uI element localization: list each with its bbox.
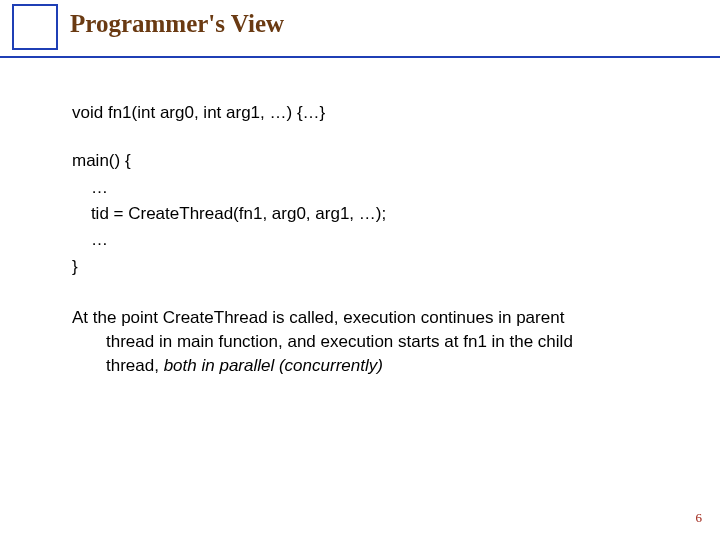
note-line-3-pre: thread, [106, 356, 164, 375]
header-rule [0, 56, 720, 58]
slide-header: Programmer's View [0, 0, 720, 64]
slide-body: void fn1(int arg0, int arg1, …) {…} main… [72, 100, 670, 377]
code-ellipsis-1: … [72, 178, 108, 197]
note-line-2: thread in main function, and execution s… [72, 330, 670, 354]
slide: Programmer's View void fn1(int arg0, int… [0, 0, 720, 540]
code-main-open: main() { [72, 151, 131, 170]
note-line-3-em: both in parallel (concurrently) [164, 356, 383, 375]
note-line-1: At the point CreateThread is called, exe… [72, 306, 670, 330]
corner-square-icon [12, 4, 58, 50]
note-line-3: thread, both in parallel (concurrently) [72, 354, 670, 378]
code-main-block: main() { … tid = CreateThread(fn1, arg0,… [72, 148, 670, 280]
code-main-close: } [72, 257, 78, 276]
code-tid-line: tid = CreateThread(fn1, arg0, arg1, …); [72, 204, 386, 223]
code-fn-decl: void fn1(int arg0, int arg1, …) {…} [72, 100, 670, 126]
slide-title: Programmer's View [70, 10, 284, 38]
page-number: 6 [696, 510, 703, 526]
code-ellipsis-2: … [72, 230, 108, 249]
explanatory-note: At the point CreateThread is called, exe… [72, 306, 670, 377]
